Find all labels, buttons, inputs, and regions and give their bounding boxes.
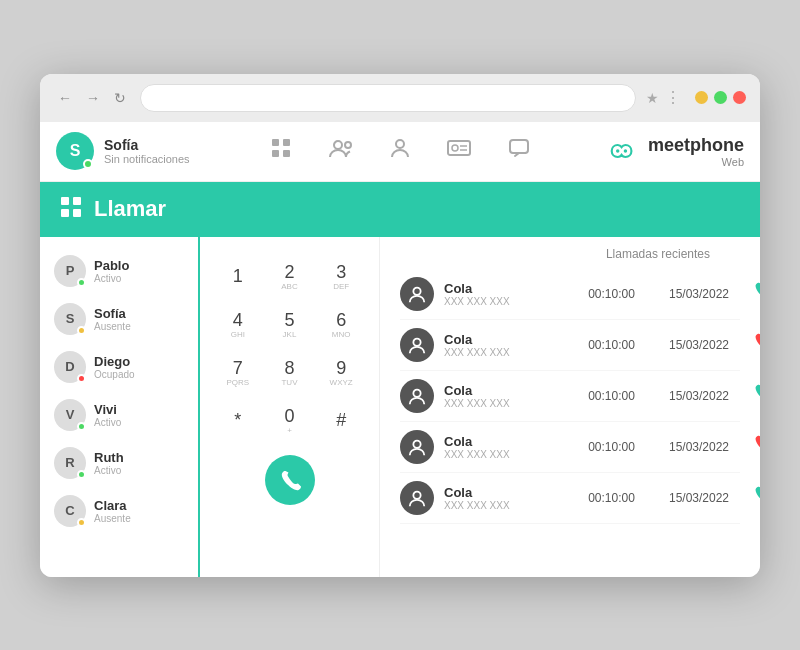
call-number: XXX XXX XXX (444, 347, 564, 358)
dial-key-1[interactable]: 1 (216, 257, 260, 297)
dial-key-6[interactable]: 6 MNO (319, 305, 363, 345)
svg-point-4 (334, 141, 342, 149)
page-header-icon (60, 196, 82, 223)
call-info: Cola XXX XXX XXX (444, 332, 564, 358)
contact-item[interactable]: D Diego Ocupado (40, 343, 198, 391)
dial-key-*[interactable]: * (216, 401, 260, 441)
reload-button[interactable]: ↻ (110, 88, 130, 108)
dial-key-num: * (234, 411, 241, 429)
person-icon-button[interactable] (386, 133, 414, 169)
contact-status-dot (77, 422, 86, 431)
page-header: Llamar (40, 182, 760, 237)
contact-item[interactable]: C Clara Ausente (40, 487, 198, 535)
dial-key-letters: DEF (333, 283, 349, 291)
contact-status-dot (77, 326, 86, 335)
call-row: Cola XXX XXX XXX 00:10:00 15/03/2022 (400, 371, 740, 422)
nav-icons (196, 133, 604, 169)
svg-point-21 (413, 440, 420, 447)
dial-key-num: 2 (284, 263, 294, 281)
contact-name: Sofía (94, 306, 131, 321)
browser-bar: ← → ↻ ★ ⋮ (40, 74, 760, 122)
contact-item[interactable]: R Ruth Activo (40, 439, 198, 487)
contact-info: Sofía Ausente (94, 306, 131, 332)
call-type-button[interactable] (749, 277, 760, 310)
call-row: Cola XXX XXX XXX 00:10:00 15/03/2022 (400, 473, 740, 524)
user-status: Sin notificaciones (104, 153, 190, 165)
dial-key-2[interactable]: 2 ABC (268, 257, 312, 297)
browser-actions: ★ ⋮ (646, 88, 681, 107)
call-avatar (400, 328, 434, 362)
maximize-button[interactable] (714, 91, 727, 104)
call-type-button[interactable] (749, 481, 760, 514)
svg-rect-17 (73, 209, 81, 217)
dial-key-num: 3 (336, 263, 346, 281)
dial-key-num: 7 (233, 359, 243, 377)
contact-name: Vivi (94, 402, 121, 417)
call-row: Cola XXX XXX XXX 00:10:00 15/03/2022 (400, 269, 740, 320)
call-info: Cola XXX XXX XXX (444, 485, 564, 511)
browser-window: ← → ↻ ★ ⋮ S Sofía Sin notific (40, 74, 760, 577)
dial-key-0[interactable]: 0 + (268, 401, 312, 441)
id-card-icon (446, 137, 472, 159)
minimize-button[interactable] (695, 91, 708, 104)
dial-key-4[interactable]: 4 GHI (216, 305, 260, 345)
contacts-sidebar: P Pablo Activo S Sofía Ausente D Diego O… (40, 237, 200, 577)
contacts-icon-button[interactable] (324, 133, 358, 169)
call-info: Cola XXX XXX XXX (444, 434, 564, 460)
main-content: P Pablo Activo S Sofía Ausente D Diego O… (40, 237, 760, 577)
svg-rect-0 (272, 139, 279, 146)
svg-point-5 (345, 142, 351, 148)
dial-key-letters: TUV (281, 379, 297, 387)
dial-key-#[interactable]: # (319, 401, 363, 441)
dial-key-num: 5 (284, 311, 294, 329)
call-avatar (400, 277, 434, 311)
dial-key-num: 4 (233, 311, 243, 329)
dial-key-3[interactable]: 3 DEF (319, 257, 363, 297)
call-duration: 00:10:00 (574, 389, 649, 403)
call-avatar (400, 379, 434, 413)
dial-key-num: 9 (336, 359, 346, 377)
contact-status: Activo (94, 465, 124, 476)
contact-status-dot (77, 278, 86, 287)
user-avatar: S (56, 132, 94, 170)
contact-item[interactable]: S Sofía Ausente (40, 295, 198, 343)
contact-info: Pablo Activo (94, 258, 129, 284)
call-type-button[interactable] (749, 430, 760, 463)
dial-key-7[interactable]: 7 PQRS (216, 353, 260, 393)
call-date: 15/03/2022 (659, 287, 739, 301)
call-type-button[interactable] (749, 379, 760, 412)
apps-icon (60, 196, 82, 218)
dial-key-letters: GHI (231, 331, 245, 339)
back-button[interactable]: ← (54, 88, 76, 108)
id-card-icon-button[interactable] (442, 133, 476, 169)
call-date: 15/03/2022 (659, 440, 739, 454)
contact-item[interactable]: P Pablo Activo (40, 247, 198, 295)
address-bar[interactable] (140, 84, 636, 112)
call-duration: 00:10:00 (574, 338, 649, 352)
call-name: Cola (444, 434, 564, 449)
grid-icon (270, 137, 292, 159)
dial-key-num: # (336, 411, 346, 429)
contact-avatar: R (54, 447, 86, 479)
contact-name: Diego (94, 354, 135, 369)
user-status-dot (83, 159, 93, 169)
dial-key-8[interactable]: 8 TUV (268, 353, 312, 393)
forward-button[interactable]: → (82, 88, 104, 108)
contact-status: Ausente (94, 321, 131, 332)
contact-info: Vivi Activo (94, 402, 121, 428)
dial-key-5[interactable]: 5 JKL (268, 305, 312, 345)
chat-icon-button[interactable] (504, 133, 534, 169)
page-title: Llamar (94, 196, 166, 222)
close-button[interactable] (733, 91, 746, 104)
grid-icon-button[interactable] (266, 133, 296, 169)
contact-name: Pablo (94, 258, 129, 273)
svg-rect-1 (283, 139, 290, 146)
contact-item[interactable]: V Vivi Activo (40, 391, 198, 439)
window-controls (695, 91, 746, 104)
call-button[interactable] (265, 455, 315, 505)
contact-status-dot (77, 470, 86, 479)
dial-key-letters: ABC (281, 283, 297, 291)
contact-avatar: D (54, 351, 86, 383)
dial-key-9[interactable]: 9 WXYZ (319, 353, 363, 393)
call-type-button[interactable] (749, 328, 760, 361)
